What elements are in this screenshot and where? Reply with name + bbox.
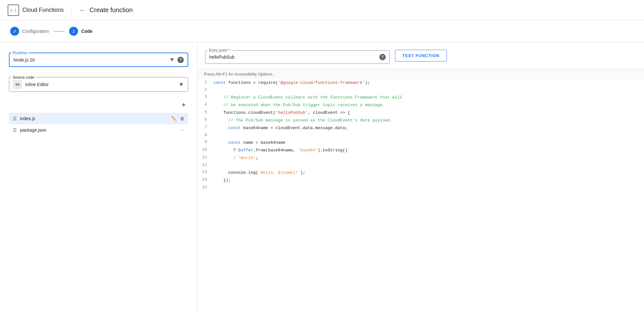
add-file-button[interactable]: +: [179, 99, 188, 110]
code-line-7: 7 const base64name = cloudEvent.data.mes…: [197, 124, 644, 132]
line-code-9: const name = base64name: [213, 139, 644, 146]
line-code-10: ? Buffer.from(base64name, 'base64').toSt…: [213, 147, 644, 154]
back-arrow-icon[interactable]: ←: [79, 6, 86, 14]
code-line-1: 1 const functions = require('@google-clo…: [197, 79, 644, 87]
line-num-14: 14: [197, 177, 213, 182]
runtime-label: Runtime: [11, 51, 28, 55]
stepper: ✓ Configuration 2 Code: [0, 20, 644, 42]
add-button-row: +: [9, 99, 188, 110]
delete-icon[interactable]: 🗑: [180, 116, 184, 121]
file-actions-index: ✏️ 🗑: [171, 116, 184, 121]
line-num-8: 8: [197, 132, 213, 137]
entry-row: Entry point * ? TEST FUNCTION: [197, 42, 644, 69]
step2-number: 2: [73, 29, 75, 34]
code-line-10: 10 ? Buffer.from(base64name, 'base64').t…: [197, 147, 644, 154]
right-panel: Entry point * ? TEST FUNCTION Press Alt+…: [197, 42, 644, 313]
line-num-11: 11: [197, 155, 213, 160]
line-num-1: 1: [197, 79, 213, 84]
step2-circle: 2: [69, 27, 78, 36]
code-line-9: 9 const name = base64name: [197, 139, 644, 147]
editor-hint: Press Alt+F1 for Accessibility Options.: [197, 69, 644, 79]
entry-point-input[interactable]: [209, 55, 379, 60]
runtime-help-icon[interactable]: ?: [177, 57, 184, 63]
source-code-label: Source code: [11, 75, 35, 80]
line-code-5: functions.cloudEvent('helloPubSub', clou…: [213, 109, 644, 116]
edit-icon[interactable]: ✏️: [171, 116, 177, 121]
inline-editor-icon: <>: [13, 80, 22, 89]
line-code-14: });: [213, 177, 644, 184]
line-code-1: const functions = require('@google-cloud…: [213, 79, 644, 86]
code-line-15: 15: [197, 184, 644, 191]
code-line-13: 13 console.log(`Hello, ${name}!`);: [197, 169, 644, 177]
line-code-6: // The Pub/Sub message is passed as the …: [213, 117, 644, 124]
runtime-select[interactable]: Node.js 20 ▼ ?: [9, 53, 188, 67]
code-line-2: 2: [197, 87, 644, 94]
code-line-14: 14 });: [197, 177, 644, 184]
code-line-11: 11 : 'World';: [197, 154, 644, 162]
more-options-icon[interactable]: ···: [181, 127, 184, 133]
code-line-8: 8: [197, 132, 644, 139]
file-actions-package: ···: [181, 127, 184, 133]
code-line-12: 12: [197, 162, 644, 169]
runtime-field-group: Runtime Node.js 20 ▼ ?: [9, 50, 188, 67]
line-num-15: 15: [197, 185, 213, 190]
line-code-13: console.log(`Hello, ${name}!`);: [213, 169, 644, 176]
left-panel: Runtime Node.js 20 ▼ ? Source code <> In…: [0, 42, 197, 313]
line-num-4: 4: [197, 102, 213, 107]
step-1: ✓ Configuration: [10, 27, 49, 36]
line-num-3: 3: [197, 94, 213, 99]
page-title: Create function: [89, 6, 133, 14]
step2-label: Code: [81, 29, 92, 34]
file-icon-package: ☰: [13, 127, 17, 133]
code-line-5: 5 functions.cloudEvent('helloPubSub', cl…: [197, 109, 644, 117]
main-content: Runtime Node.js 20 ▼ ? Source code <> In…: [0, 42, 644, 313]
file-name-index: index.js: [20, 116, 168, 121]
code-line-4: 4 // be executed when the Pub/Sub trigge…: [197, 101, 644, 109]
entry-point-label: Entry point *: [208, 48, 231, 53]
app-logo: {···} Cloud Functions: [8, 4, 64, 16]
line-num-6: 6: [197, 117, 213, 122]
file-item-package-json[interactable]: ☰ package.json ···: [9, 124, 188, 136]
source-code-value: Inline Editor: [25, 82, 175, 87]
runtime-dropdown-arrow[interactable]: ▼: [169, 56, 175, 63]
runtime-value: Node.js 20: [13, 57, 167, 62]
source-code-select[interactable]: <> Inline Editor ▼: [9, 77, 188, 92]
line-num-9: 9: [197, 139, 213, 144]
line-code-11: : 'World';: [213, 155, 644, 162]
line-num-12: 12: [197, 162, 213, 167]
line-num-10: 10: [197, 147, 213, 152]
source-code-dropdown-arrow[interactable]: ▼: [178, 81, 184, 88]
code-line-6: 6 // The Pub/Sub message is passed as th…: [197, 117, 644, 124]
line-code-3: // Register a CloudEvent callback with t…: [213, 94, 644, 101]
back-button[interactable]: ← Create function: [79, 6, 133, 14]
file-list: ☰ index.js ✏️ 🗑 ☰ package.json ···: [9, 113, 188, 136]
line-code-7: const base64name = cloudEvent.data.messa…: [213, 125, 644, 132]
test-function-button[interactable]: TEST FUNCTION: [395, 50, 447, 62]
entry-point-field-group: Entry point * ?: [205, 47, 390, 64]
step1-check: ✓: [13, 28, 17, 34]
logo-icon: {···}: [8, 4, 19, 16]
file-item-index-js[interactable]: ☰ index.js ✏️ 🗑: [9, 113, 188, 124]
entry-point-help-icon[interactable]: ?: [379, 54, 386, 60]
line-num-5: 5: [197, 109, 213, 114]
source-code-field-group: Source code <> Inline Editor ▼: [9, 75, 188, 92]
file-name-package: package.json: [20, 127, 177, 133]
header-divider: [71, 5, 72, 15]
code-line-3: 3 // Register a CloudEvent callback with…: [197, 94, 644, 101]
line-num-13: 13: [197, 169, 213, 174]
file-icon-index: ☰: [13, 116, 17, 121]
line-num-2: 2: [197, 87, 213, 92]
line-num-7: 7: [197, 125, 213, 130]
step-2: 2 Code: [69, 27, 92, 36]
step1-circle: ✓: [10, 27, 19, 36]
code-editor[interactable]: 1 const functions = require('@google-clo…: [197, 79, 644, 313]
app-name: Cloud Functions: [22, 7, 64, 13]
header: {···} Cloud Functions ← Create function: [0, 0, 644, 20]
step-divider: [54, 31, 64, 32]
step1-label: Configuration: [22, 29, 49, 34]
entry-point-input-container: ?: [205, 50, 390, 64]
line-code-4: // be executed when the Pub/Sub trigger …: [213, 102, 644, 109]
